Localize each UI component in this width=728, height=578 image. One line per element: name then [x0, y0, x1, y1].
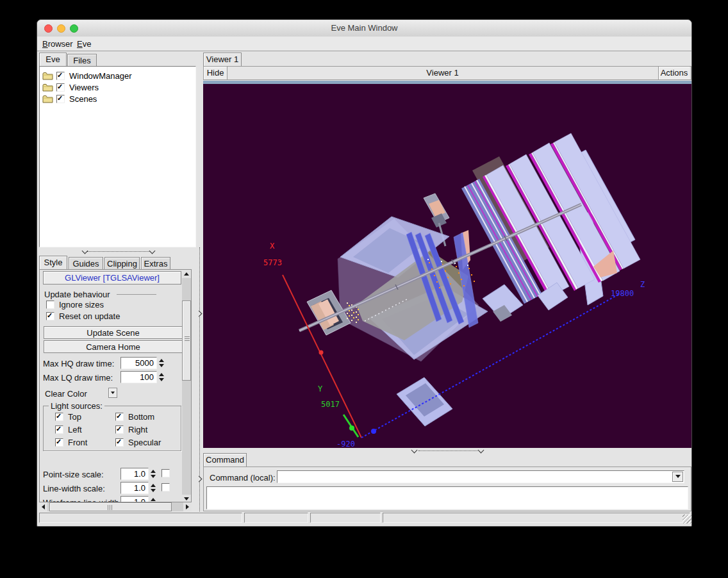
max-lq-stepper[interactable] [158, 371, 166, 383]
update-behaviour-label: Update behaviour [44, 290, 110, 299]
resize-grip[interactable] [682, 515, 691, 524]
style-panel: GLViewer [TGLSAViewer] Update behaviour … [39, 269, 192, 502]
light-left-label: Left [68, 425, 82, 434]
clear-color-dropdown[interactable] [108, 388, 117, 398]
tree-item-scenes[interactable]: ✓ Scenes [41, 94, 188, 105]
tab-clipping[interactable]: Clipping [104, 257, 140, 269]
tree-item-label: Scenes [69, 94, 97, 104]
point-size-stepper[interactable] [149, 468, 158, 480]
line-width-checkbox[interactable]: ✓ [161, 483, 170, 491]
command-combobox[interactable] [277, 470, 684, 483]
max-lq-label: Max LQ draw time: [43, 373, 113, 383]
left-panel-hscrollbar[interactable] [39, 502, 192, 511]
folder-icon [42, 72, 53, 80]
glviewer-button[interactable]: GLViewer [TGLSAViewer] [43, 271, 181, 285]
update-scene-button[interactable]: Update Scene [44, 326, 183, 339]
tab-extras[interactable]: Extras [141, 257, 170, 269]
chevron-down-icon [675, 475, 681, 478]
eve-tree-panel: ✓ WindowManager ✓ Viewers ✓ Scenes [39, 66, 196, 247]
main-vertical-splitter[interactable] [196, 247, 203, 511]
left-horizontal-splitter[interactable] [39, 247, 196, 255]
tab-viewer-1[interactable]: Viewer 1 [203, 53, 242, 66]
light-front-label: Front [68, 438, 87, 447]
light-top-label: Top [68, 412, 81, 422]
status-segment [244, 513, 308, 523]
command-input[interactable] [278, 472, 672, 482]
tab-eve[interactable]: Eve [39, 53, 67, 66]
line-width-input[interactable]: 1.0 [120, 482, 149, 494]
point-size-checkbox[interactable]: ✓ [161, 469, 170, 477]
max-hq-label: Max HQ draw time: [43, 359, 114, 368]
viewport-top-strip [203, 81, 691, 84]
tab-guides[interactable]: Guides [69, 257, 103, 269]
window-title: Eve Main Window [37, 23, 691, 33]
wireframe-width-input[interactable]: 1.0 [120, 496, 149, 502]
clear-color-label: Clear Color [45, 389, 87, 399]
line-width-stepper[interactable] [149, 482, 158, 494]
light-specular-label: Specular [128, 438, 161, 447]
max-hq-stepper[interactable] [158, 357, 166, 369]
style-panel-vscrollbar[interactable] [182, 270, 191, 502]
light-specular-checkbox[interactable]: ✓ [115, 438, 124, 447]
axis-origin-value: -920 [336, 440, 355, 448]
max-lq-input[interactable]: 100 [120, 371, 157, 383]
tree-item-windowmanager[interactable]: ✓ WindowManager [41, 70, 188, 82]
light-top-checkbox[interactable]: ✓ [55, 413, 63, 421]
line-width-label: Line-width scale: [43, 484, 105, 493]
status-segment [39, 513, 242, 523]
axis-x-label: X [270, 242, 275, 251]
scroll-thumb[interactable] [49, 502, 172, 511]
command-output[interactable] [206, 486, 688, 509]
tree-checkbox[interactable]: ✓ [56, 72, 65, 80]
viewer-command-splitter[interactable] [203, 448, 691, 453]
title-bar[interactable]: Eve Main Window [37, 20, 691, 37]
gl-viewport[interactable]: X 5773 Y 5017 Z 19800 -920 [203, 81, 691, 448]
light-left-checkbox[interactable]: ✓ [55, 425, 63, 434]
light-sources-group: Light sources: ✓ Top ✓ Bottom ✓ Left ✓ R… [43, 406, 181, 451]
scroll-down-button[interactable] [182, 495, 191, 502]
folder-icon [42, 83, 53, 92]
menu-browser[interactable]: Browser [40, 38, 76, 49]
viewer-title: Viewer 1 [228, 68, 658, 78]
scroll-left-button[interactable] [39, 502, 47, 511]
folder-icon [42, 95, 53, 103]
hide-button[interactable]: Hide [204, 67, 228, 79]
menu-eve[interactable]: Eve [74, 38, 94, 49]
viewer-toolbar: Hide Viewer 1 Actions [203, 66, 691, 80]
wireframe-width-stepper[interactable] [149, 496, 158, 502]
reset-on-update-label: Reset on update [59, 311, 120, 321]
tab-files[interactable]: Files [67, 54, 97, 66]
axis-y-value: 5017 [321, 400, 340, 409]
tree-item-viewers[interactable]: ✓ Viewers [41, 82, 188, 94]
tree-checkbox[interactable]: ✓ [56, 83, 65, 92]
max-hq-input[interactable]: 5000 [120, 357, 157, 369]
light-right-checkbox[interactable]: ✓ [115, 425, 124, 434]
point-size-label: Point-size scale: [43, 470, 104, 479]
separator [117, 294, 156, 295]
camera-home-button[interactable]: Camera Home [44, 340, 183, 353]
tree-checkbox[interactable]: ✓ [56, 95, 65, 103]
axis-z-value: 19800 [611, 289, 634, 298]
reset-on-update-checkbox[interactable]: ✓ [46, 312, 54, 320]
light-bottom-label: Bottom [128, 412, 154, 422]
eve-main-window: Eve Main Window Browser Eve Eve Files ✓ … [37, 19, 692, 527]
tab-command[interactable]: Command [203, 453, 247, 467]
scroll-thumb[interactable] [182, 301, 191, 381]
tab-style[interactable]: Style [39, 256, 67, 269]
light-bottom-checkbox[interactable]: ✓ [115, 413, 124, 421]
ignore-sizes-checkbox[interactable]: ✓ [46, 301, 54, 309]
command-local-label: Command (local): [210, 473, 276, 483]
command-dropdown-button[interactable] [672, 472, 683, 482]
axis-x-value: 5773 [263, 258, 282, 267]
actions-button[interactable]: Actions [658, 67, 690, 79]
status-segment [310, 513, 381, 523]
scroll-up-button[interactable] [182, 270, 191, 278]
tree-item-label: Viewers [69, 83, 99, 92]
scroll-right-button[interactable] [183, 502, 192, 511]
light-front-checkbox[interactable]: ✓ [55, 438, 63, 447]
menu-bar: Browser Eve [37, 37, 691, 51]
point-size-input[interactable]: 1.0 [120, 468, 149, 480]
wireframe-width-label: Wireframe line-width [43, 498, 119, 502]
detector-3d-scene: X 5773 Y 5017 Z 19800 -920 [203, 81, 691, 448]
tree-item-label: WindowManager [69, 71, 132, 81]
